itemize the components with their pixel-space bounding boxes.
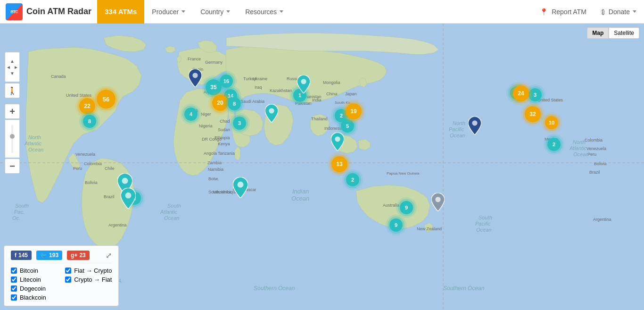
cluster-marker[interactable]: 24 [513,85,529,101]
svg-text:Argentina: Argentina [108,223,127,227]
pin-marker[interactable] [233,177,248,198]
crypto-fiat-checkbox[interactable] [65,276,71,283]
svg-text:Atlantic: Atlantic [160,209,178,215]
chevron-down-icon [633,10,636,13]
svg-text:Indian: Indian [292,188,309,195]
svg-text:Ethiopia: Ethiopia [215,135,230,140]
cluster-marker[interactable]: 3 [528,88,542,101]
cluster-marker[interactable]: 4 [184,108,198,121]
map-view-button[interactable]: Map [587,27,609,39]
svg-point-83 [192,73,198,78]
svg-text:Niger: Niger [201,112,211,117]
svg-text:United States: United States [537,98,563,102]
svg-text:Indonesia: Indonesia [324,126,343,131]
svg-point-87 [122,178,128,184]
svg-text:Pacific: Pacific [449,126,464,132]
nav-producer[interactable]: Producer [144,0,193,24]
svg-text:Brazil: Brazil [589,170,600,175]
pin-marker[interactable] [431,193,445,211]
twitter-icon: 🐦 [40,252,47,259]
svg-point-84 [269,108,274,113]
pin-marker[interactable] [331,133,344,151]
cluster-marker[interactable]: 9 [400,201,413,214]
svg-text:Peru: Peru [73,166,82,171]
cluster-marker[interactable]: 20 [212,95,228,111]
cluster-marker[interactable]: 13 [331,156,347,172]
svg-text:Ocean: Ocean [450,133,465,138]
cluster-marker[interactable]: 22 [79,98,95,114]
pin-marker[interactable] [121,188,136,209]
cluster-marker[interactable]: 2 [346,173,359,186]
pan-control[interactable]: ▲ ◄ ► ▼ [5,52,20,82]
svg-text:Oc.: Oc. [12,215,20,221]
bitcoin-label: Bitcoin [20,267,38,274]
pin-marker[interactable] [468,117,481,135]
twitter-share-button[interactable]: 🐦 193 [36,251,62,260]
pin-marker[interactable] [265,104,278,123]
map-container[interactable]: United States Canada Brazil Argentina Bo… [0,24,644,310]
cluster-marker[interactable]: 56 [97,90,116,109]
dogecoin-checkbox[interactable] [11,285,17,292]
svg-text:Australia: Australia [383,203,399,208]
nav-donate[interactable]: ₿ Donate [594,0,644,24]
googleplus-icon: g+ [71,252,77,259]
cluster-marker[interactable]: 16 [220,75,233,88]
blackcoin-checkbox[interactable] [11,294,17,301]
pegman-control[interactable]: 🚶 [5,83,20,98]
cluster-marker[interactable]: 32 [525,106,541,122]
cluster-marker[interactable]: 3 [233,117,246,130]
expand-legend-button[interactable]: ⤢ [106,251,112,260]
bitcoin-checkbox[interactable] [11,268,17,274]
svg-text:Angola: Angola [204,151,217,156]
svg-text:Bolivia: Bolivia [594,161,607,166]
facebook-share-button[interactable]: f 145 [11,251,32,260]
pin-marker[interactable] [189,69,202,87]
chevron-down-icon [280,10,283,13]
chevron-down-icon [182,10,185,13]
cluster-marker[interactable]: 8 [83,115,96,128]
cluster-marker[interactable]: 10 [545,116,558,129]
litecoin-label: Litecoin [20,276,41,283]
fiat-crypto-checkbox[interactable] [65,268,71,274]
crypto-fiat-label: Crypto → Fiat [74,276,112,283]
litecoin-checkbox[interactable] [11,276,17,283]
map-controls: ▲ ◄ ► ▼ 🚶 + − [5,52,20,174]
svg-text:Ocean: Ocean [476,227,491,233]
cluster-marker[interactable]: 8 [228,97,241,110]
svg-text:Tanzania: Tanzania [218,151,235,156]
svg-text:France: France [188,57,201,61]
atm-count-badge[interactable]: 334 ATMs [97,0,144,24]
logo-icon: BTC [6,3,23,20]
svg-text:Thailand: Thailand [311,117,328,121]
svg-text:New Zealand: New Zealand [417,226,442,231]
svg-point-85 [301,79,306,84]
svg-text:Pac.: Pac. [14,209,25,215]
satellite-view-button[interactable]: Satellite [609,27,639,39]
zoom-in-button[interactable]: + [5,104,20,119]
svg-point-88 [125,193,132,199]
pin-marker[interactable] [297,75,310,93]
nav-resources[interactable]: Resources [238,0,291,24]
legend-litecoin: Litecoin [11,276,58,283]
zoom-out-button[interactable]: − [5,159,20,174]
nav-report-atm[interactable]: 📍 Report ATM [532,0,594,24]
pegman-icon: 🚶 [8,86,17,95]
svg-text:Southern Ocean: Southern Ocean [443,285,485,292]
svg-text:Iraq: Iraq [255,85,262,90]
googleplus-share-button[interactable]: g+ 23 [67,251,90,260]
svg-text:South: South [167,203,181,209]
logo-area: BTC Coin ATM Radar [0,3,97,20]
cluster-marker[interactable]: 5 [341,119,354,133]
nav-country[interactable]: Country [193,0,238,24]
svg-text:Ocean: Ocean [28,147,43,152]
svg-text:Mongolia: Mongolia [323,80,340,85]
svg-text:Venezuela: Venezuela [75,152,95,157]
svg-text:Colombia: Colombia [84,161,102,166]
cluster-marker[interactable]: 2 [547,138,561,151]
svg-text:Ukraine: Ukraine [253,76,267,81]
svg-text:Ocean: Ocean [291,195,309,202]
main-nav: Producer Country Resources 📍 Report ATM … [144,0,644,24]
cluster-marker[interactable]: 35 [206,79,222,95]
cluster-marker[interactable]: 19 [346,103,362,119]
cluster-marker[interactable]: 9 [389,218,403,232]
